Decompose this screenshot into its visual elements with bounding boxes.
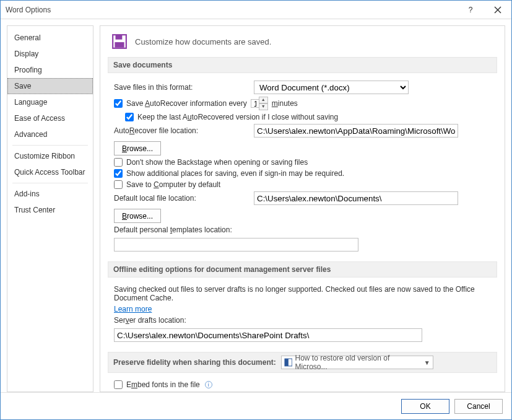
fidelity-doc-name: How to restore old version of Microso... <box>295 354 421 371</box>
sidebar-item-display[interactable]: Display <box>7 46 93 62</box>
minutes-label: minutes <box>272 99 298 108</box>
info-icon[interactable]: i <box>205 381 212 388</box>
embed-fonts-checkbox[interactable] <box>114 380 123 389</box>
main-panel: Customize how documents are saved. Save … <box>100 25 505 392</box>
keep-last-checkbox[interactable] <box>125 113 134 121</box>
offline-note: Saving checked out files to server draft… <box>114 285 495 302</box>
templates-label: Default personal templates location: <box>114 225 250 234</box>
sidebar-item-ease-of-access[interactable]: Ease of Access <box>7 110 93 126</box>
autorecover-label: Save AutoRecover information every <box>126 99 247 108</box>
sidebar-item-save[interactable]: Save <box>7 78 93 94</box>
help-button[interactable]: ? <box>457 1 484 19</box>
default-local-browse-button[interactable]: Browse... <box>114 209 161 223</box>
titlebar: Word Options ? <box>1 1 511 19</box>
page-subtitle: Customize how documents are saved. <box>135 37 271 46</box>
sidebar-item-language[interactable]: Language <box>7 94 93 110</box>
show-places-label: Show additional places for saving, even … <box>126 169 344 178</box>
dont-backstage-checkbox[interactable] <box>114 158 123 167</box>
svg-rect-6 <box>285 359 289 366</box>
sidebar-item-customize-ribbon[interactable]: Customize Ribbon <box>7 148 93 164</box>
drafts-label: Server drafts location: <box>114 316 193 325</box>
autorecover-minutes-input[interactable] <box>251 99 259 108</box>
close-icon <box>494 6 501 14</box>
window-title: Word Options <box>6 6 457 14</box>
save-format-label: Save files in this format: <box>114 83 250 92</box>
close-button[interactable] <box>484 1 511 19</box>
sidebar-item-general[interactable]: General <box>7 30 93 46</box>
word-doc-icon <box>284 358 293 367</box>
save-icon <box>111 33 128 50</box>
save-computer-checkbox[interactable] <box>114 180 123 189</box>
show-places-checkbox[interactable] <box>114 169 123 178</box>
autorecover-checkbox[interactable] <box>114 99 123 108</box>
cancel-button[interactable]: Cancel <box>454 399 503 414</box>
sidebar-item-proofing[interactable]: Proofing <box>7 62 93 78</box>
ar-location-browse-button[interactable]: Browse... <box>114 141 161 155</box>
chevron-down-icon: ▼ <box>424 359 430 366</box>
sidebar-item-advanced[interactable]: Advanced <box>7 126 93 142</box>
sidebar-item-addins[interactable]: Add-ins <box>7 186 93 202</box>
section-offline: Offline editing options for document man… <box>108 261 497 278</box>
sidebar-item-trust-center[interactable]: Trust Center <box>7 202 93 218</box>
drafts-input[interactable] <box>114 328 422 342</box>
svg-rect-4 <box>115 42 124 48</box>
fidelity-document-combo[interactable]: How to restore old version of Microso...… <box>281 356 433 369</box>
save-format-combo[interactable]: Word Document (*.docx) <box>254 81 409 94</box>
dialog-footer: OK Cancel <box>1 392 511 419</box>
spin-up[interactable]: ▲ <box>259 97 268 103</box>
section-fidelity: Preserve fidelity when sharing this docu… <box>108 352 497 373</box>
default-local-label: Default local file location: <box>114 194 250 203</box>
fidelity-title: Preserve fidelity when sharing this docu… <box>113 358 276 367</box>
spin-down[interactable]: ▼ <box>259 103 268 110</box>
svg-rect-3 <box>116 35 123 40</box>
ok-button[interactable]: OK <box>401 399 449 414</box>
sidebar-item-qat[interactable]: Quick Access Toolbar <box>7 164 93 180</box>
word-options-window: Word Options ? General Display Proofing … <box>0 0 512 420</box>
save-computer-label: Save to Computer by default <box>126 180 220 189</box>
ar-location-label: AutoRecover file location: <box>114 126 250 135</box>
templates-input[interactable] <box>114 238 358 252</box>
learn-more-link[interactable]: Learn more <box>114 305 152 313</box>
section-save-documents: Save documents <box>108 57 497 73</box>
default-local-input[interactable] <box>254 191 458 205</box>
ar-location-input[interactable] <box>254 124 458 138</box>
category-sidebar: General Display Proofing Save Language E… <box>7 25 93 392</box>
embed-fonts-label: Embed fonts in the file <box>126 380 200 389</box>
dont-backstage-label: Don't show the Backstage when opening or… <box>126 158 308 167</box>
keep-last-label: Keep the last AutoRecovered version if I… <box>137 113 338 121</box>
